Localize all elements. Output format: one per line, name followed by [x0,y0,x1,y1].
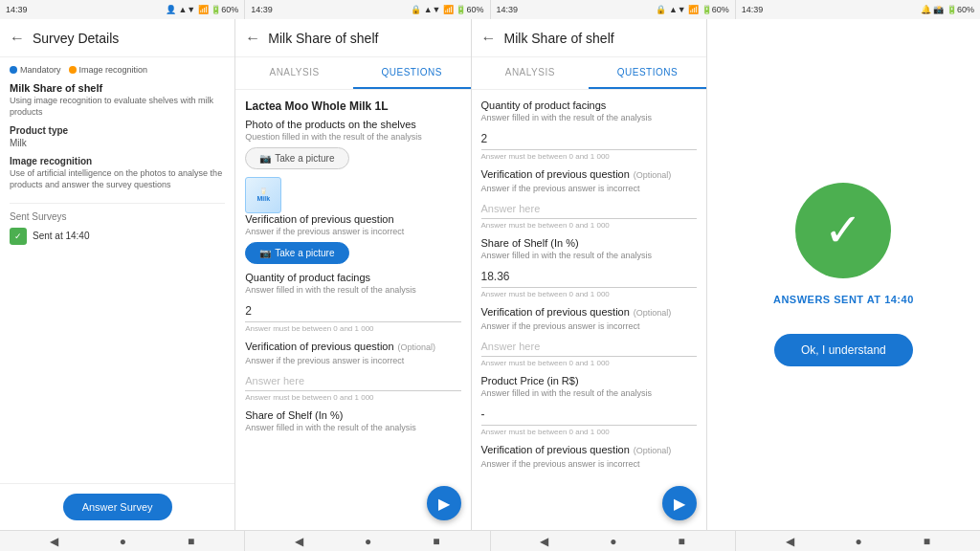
tab-analysis-2[interactable]: ANALYSIS [235,57,353,89]
p3-price-input[interactable] [481,404,697,426]
product-image: 🥛Milk [245,177,281,213]
back-arrow-1[interactable]: ← [10,30,25,47]
badge-mandatory-label: Mandatory [20,65,61,75]
take-picture-btn-2[interactable]: 📷 Take a picture [245,242,348,264]
q1-desc: Question filled in with the result of th… [245,132,460,142]
panel1-footer: Answer Survey [0,483,234,530]
q5-label: Share of Shelf (In %) [245,409,460,421]
p3-q1-label: Quantity of product facings [481,99,697,111]
p3-q4-label: Verification of previous question [481,306,630,318]
p3-q5-hint: Answer must be between 0 and 1 000 [481,428,697,436]
product-name: Lactea Moo Whole Milk 1L [245,99,460,113]
survey-desc: Using image recognition to evaluate shel… [10,96,225,118]
nav-home-2[interactable]: ● [365,535,371,548]
nav-back-4[interactable]: ◀ [786,535,794,548]
nav-back-2[interactable]: ◀ [295,535,303,548]
p3-q4-desc: Answer if the previous answer is incorre… [481,321,697,331]
status-time-1: 14:39 [6,5,28,14]
p3-q3-desc: Answer filled in with the result of the … [481,251,697,260]
status-time-4: 14:39 [742,5,764,14]
p3-q5-desc: Answer filled in with the result of the … [481,388,697,398]
badge-image-recognition: Image recognition [69,65,148,75]
q1-label: Photo of the products on the shelves [245,119,460,130]
p3-q6-desc: Answer if the previous answer is incorre… [481,459,697,469]
p3-q6-label: Verification of previous question [481,444,630,455]
camera-icon-1: 📷 [259,153,271,164]
p3-q4-hint: Answer must be between 0 and 1 000 [481,359,697,367]
p3-q3-label: Share of Shelf (In %) [481,237,697,249]
submit-fab-2[interactable]: ▶ [662,486,697,520]
p3-q1-hint: Answer must be between 0 and 1 000 [481,152,697,161]
take-pic-label-2: Take a picture [275,248,334,258]
status-bar-3: 14:39 🔒 ▲▼ 📶 🔋60% [491,0,736,19]
sent-icon: ✓ [10,228,27,245]
status-time-2: 14:39 [251,5,273,14]
p3-q3-hint: Answer must be between 0 and 1 000 [481,290,697,298]
back-arrow-2[interactable]: ← [245,30,260,47]
survey-name: Milk Share of shelf [10,82,225,94]
panel1-header: ← Survey Details [0,19,234,57]
ok-understand-button[interactable]: Ok, I understand [774,334,913,366]
success-text: ANSWERS SENT AT 14:40 [773,294,914,305]
tab-analysis-3[interactable]: ANALYSIS [472,57,590,89]
badge-image-label: Image recognition [79,65,148,75]
p3-quantity-input[interactable] [481,128,697,150]
tab-questions-3[interactable]: QUESTIONS [589,57,706,89]
success-check-icon: ✓ [824,208,862,253]
p3-q4-optional: (Optional) [634,308,672,318]
p3-q2-desc: Answer if the previous answer is incorre… [481,184,697,193]
q2-label: Verification of previous question [245,213,460,225]
status-icons-3: 🔒 ▲▼ 📶 🔋60% [656,5,728,14]
sent-item-label: Sent at 14:40 [33,231,90,241]
p3-q2-row: Verification of previous question (Optio… [481,168,697,182]
panel-survey-details: ← Survey Details Mandatory Image recogni… [0,19,235,530]
panel3-header: ← Milk Share of shelf [472,19,706,57]
nav-home-4[interactable]: ● [856,535,862,548]
q5-desc: Answer filled in with the result of the … [245,423,460,432]
nav-back-3[interactable]: ◀ [540,535,548,548]
back-arrow-3[interactable]: ← [481,30,497,47]
p3-q4-row: Verification of previous question (Optio… [481,306,697,320]
badge-dot-image [69,66,77,74]
p3-share-input[interactable] [481,266,697,288]
panel2-title: Milk Share of shelf [268,31,378,46]
status-icons-1: 👤 ▲▼ 📶 🔋60% [166,5,238,14]
badge-dot-mandatory [10,66,17,74]
take-picture-btn-1[interactable]: 📷 Take a picture [245,147,348,169]
nav-recent-2[interactable]: ■ [433,535,439,548]
p3-q6-optional: (Optional) [634,446,672,455]
nav-home-1[interactable]: ● [120,535,126,548]
q4-optional: (Optional) [398,342,436,352]
tab-questions-2[interactable]: QUESTIONS [353,57,471,89]
panel2-tabs: ANALYSIS QUESTIONS [235,57,470,90]
nav-recent-4[interactable]: ■ [924,535,930,548]
panel-success: ✓ ANSWERS SENT AT 14:40 Ok, I understand [707,19,980,530]
product-type-value: Milk [10,138,225,148]
p3-q5-label: Product Price (in R$) [481,375,697,386]
nav-recent-1[interactable]: ■ [188,535,194,548]
p3-q2-placeholder: Answer here [481,199,697,219]
p3-q2-optional: (Optional) [634,170,672,180]
sent-surveys-label: Sent Surveys [10,211,225,222]
nav-bar-1: ◀ ● ■ [0,530,245,551]
q3-desc: Answer filled in with the result of the … [245,285,460,295]
image-recognition-label: Image recognition [10,156,225,166]
submit-fab-1[interactable]: ▶ [427,486,461,520]
camera-icon-2: 📷 [259,248,271,258]
panel3-tabs: ANALYSIS QUESTIONS [472,57,706,90]
sent-item: ✓ Sent at 14:40 [10,228,225,245]
p3-q6-row: Verification of previous question (Optio… [481,444,697,457]
status-bar-2: 14:39 🔒 ▲▼ 📶 🔋60% [245,0,490,19]
q4-label: Verification of previous question [245,341,393,352]
nav-back-1[interactable]: ◀ [50,535,58,548]
quantity-input[interactable] [245,300,460,322]
status-icons-2: 🔒 ▲▼ 📶 🔋60% [411,5,483,14]
nav-home-3[interactable]: ● [610,535,616,548]
nav-recent-3[interactable]: ■ [679,535,685,548]
answer-survey-button[interactable]: Answer Survey [63,494,172,520]
take-pic-label-1: Take a picture [275,153,334,164]
badge-mandatory: Mandatory [10,65,61,75]
panel-questions-2: ← Milk Share of shelf ANALYSIS QUESTIONS… [472,19,707,530]
nav-bar-4: ◀ ● ■ [736,530,980,551]
q4-row: Verification of previous question (Optio… [245,341,460,354]
